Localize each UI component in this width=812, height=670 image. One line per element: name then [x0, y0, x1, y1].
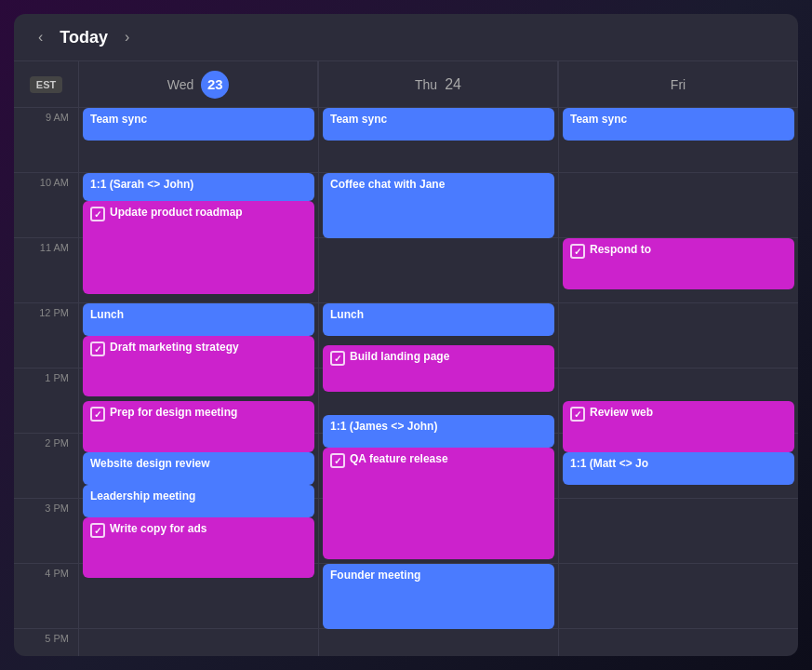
check-icon [90, 342, 105, 356]
calendar-event[interactable]: Leadership meeting [83, 485, 314, 517]
event-label: Team sync [570, 113, 627, 126]
time-label: 1 PM [14, 368, 78, 434]
thu-num: 24 [445, 76, 461, 93]
event-label: Update product roadmap [110, 206, 243, 219]
event-label: Founder meeting [330, 569, 420, 582]
calendar-event[interactable]: Review web [563, 401, 794, 452]
grid-line [559, 173, 798, 238]
event-label: Team sync [330, 113, 387, 126]
calendar-event[interactable]: Founder meeting [323, 564, 554, 629]
event-label: Website design review [90, 457, 210, 470]
grid-line [559, 499, 798, 564]
calendar-event[interactable]: 1:1 (James <> John) [323, 415, 554, 448]
check-icon [330, 351, 345, 366]
grid-line [559, 564, 798, 629]
time-label: 5 PM [14, 629, 78, 656]
calendar-event[interactable]: Build landing page [323, 345, 554, 392]
calendar-event[interactable]: QA feature release [323, 448, 554, 559]
event-label: Prep for design meeting [110, 406, 237, 419]
calendar-event[interactable]: Draft marketing strategy [83, 336, 314, 396]
calendar-event[interactable]: Lunch [83, 303, 314, 336]
event-label: Leadership meeting [90, 489, 195, 502]
today-label: Today [60, 28, 108, 47]
check-icon [570, 407, 585, 422]
calendar-event[interactable]: 1:1 (Sarah <> John) [83, 173, 314, 201]
event-label: Lunch [330, 308, 364, 321]
event-label: Write copy for ads [110, 522, 206, 535]
event-label: Draft marketing strategy [110, 341, 239, 354]
check-icon [330, 453, 345, 468]
time-label: 3 PM [14, 499, 78, 564]
calendar-event[interactable]: Team sync [563, 108, 794, 141]
time-label: 11 AM [14, 238, 78, 303]
grid-line [79, 629, 318, 656]
check-icon [90, 207, 105, 221]
time-slots: 9 AM10 AM11 AM12 PM1 PM2 PM3 PM4 PM5 PM [14, 108, 78, 656]
grid-line [559, 629, 798, 656]
wed-column: Wed 23 Team sync1:1 (Sarah <> John)Updat… [79, 61, 319, 656]
time-label: 12 PM [14, 303, 78, 368]
calendar-event[interactable]: Update product roadmap [83, 201, 314, 294]
event-label: QA feature release [350, 452, 448, 465]
grid-line [559, 303, 798, 368]
time-label: 10 AM [14, 173, 78, 238]
time-label: 2 PM [14, 434, 78, 499]
wed-label: Wed [167, 77, 194, 92]
event-label: 1:1 (Matt <> Jo [570, 457, 648, 470]
fri-column: Fri Team syncRespond toReview web1:1 (Ma… [559, 61, 798, 656]
event-label: 1:1 (Sarah <> John) [90, 178, 193, 191]
calendar-event[interactable]: Coffee chat with Jane [323, 173, 554, 238]
event-label: Lunch [90, 308, 124, 321]
calendar-event[interactable]: Team sync [323, 108, 554, 141]
timezone-badge: EST [30, 76, 62, 93]
calendar-event[interactable]: Lunch [323, 303, 554, 336]
check-icon [90, 523, 105, 538]
fri-label: Fri [671, 77, 686, 92]
grid-line [319, 629, 558, 656]
calendar-event[interactable]: Website design review [83, 452, 314, 485]
time-label: 9 AM [14, 108, 78, 173]
grid-line [319, 238, 558, 303]
check-icon [570, 244, 585, 259]
thu-column: Thu 24 Team syncCoffee chat with JaneLun… [319, 61, 559, 656]
time-label: 4 PM [14, 564, 78, 629]
prev-button[interactable]: ‹ [33, 27, 48, 47]
calendar-event[interactable]: 1:1 (Matt <> Jo [563, 452, 794, 485]
event-label: Coffee chat with Jane [330, 178, 445, 191]
event-label: Build landing page [350, 350, 449, 363]
event-label: Review web [590, 406, 653, 419]
event-label: 1:1 (James <> John) [330, 420, 437, 433]
check-icon [90, 407, 105, 422]
event-label: Respond to [590, 243, 651, 256]
calendar-event[interactable]: Team sync [83, 108, 314, 141]
thu-label: Thu [415, 77, 437, 92]
event-label: Team sync [90, 113, 147, 126]
calendar-event[interactable]: Prep for design meeting [83, 401, 314, 452]
calendar-event[interactable]: Write copy for ads [83, 517, 314, 578]
calendar-event[interactable]: Respond to [563, 238, 794, 289]
wed-num: 23 [201, 71, 229, 99]
next-button[interactable]: › [119, 27, 135, 47]
